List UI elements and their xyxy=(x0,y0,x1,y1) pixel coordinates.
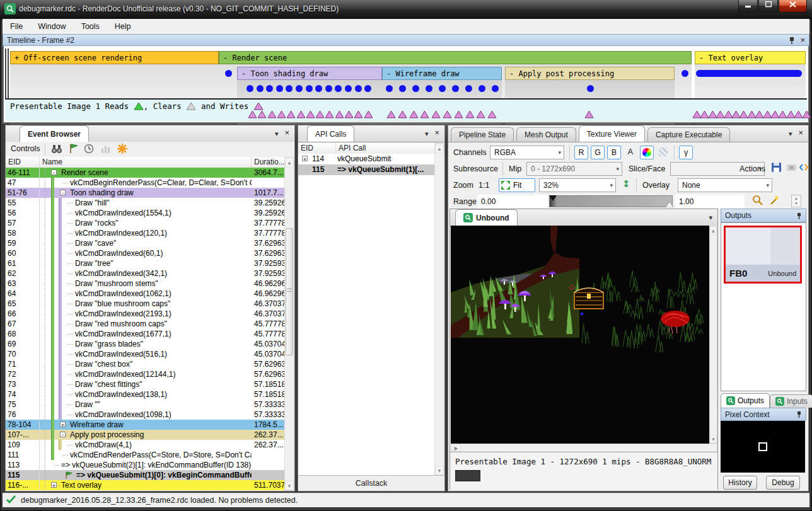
event-row[interactable]: 113=> vkQueueSubmit(2)[1]: vkEndCommandB… xyxy=(6,460,284,470)
stats-icon[interactable] xyxy=(100,144,112,155)
write-event-triangle[interactable] xyxy=(296,110,306,118)
event-row[interactable]: 66vkCmdDrawIndexed(2193,1)46.37037 xyxy=(6,309,284,319)
timeline-marker-bar[interactable]: - Text overlay xyxy=(695,51,806,64)
event-row[interactable]: 60vkCmdDrawIndexed(60,1)37.62963 xyxy=(6,248,284,258)
write-event-triangle[interactable] xyxy=(802,110,811,118)
timeline-marker-bar[interactable]: - Render scene xyxy=(219,51,692,64)
time-icon[interactable] xyxy=(84,144,95,155)
fb0-thumbnail[interactable]: FB0 Unbound xyxy=(724,226,802,284)
camera-icon[interactable] xyxy=(786,162,798,173)
scroll-down-arrow[interactable]: ▼ xyxy=(435,466,444,475)
menu-tools[interactable]: Tools xyxy=(74,22,107,31)
event-row[interactable]: 61Draw "tree"37.92593 xyxy=(6,258,284,268)
panel-menu-icon[interactable]: ▾ xyxy=(789,130,792,138)
write-event-triangle[interactable] xyxy=(487,110,497,118)
colorwheel-button[interactable] xyxy=(640,146,654,159)
texture-vscrollbar[interactable]: ▲ ▼ xyxy=(709,226,717,444)
event-row[interactable]: 72vkCmdDrawIndexed(12144,1)57.62963 xyxy=(6,369,284,379)
tab-inputs[interactable]: Inputs xyxy=(770,394,812,408)
event-row[interactable]: 64vkCmdDrawIndexed(1062,1)46.96296 xyxy=(6,289,284,299)
write-event-triangle[interactable] xyxy=(315,110,325,118)
timeline-draw-dot[interactable] xyxy=(325,85,332,92)
close-button[interactable] xyxy=(779,0,807,13)
api-call-row[interactable]: 115=> vkQueueSubmit(1)[... xyxy=(298,164,434,175)
event-table-body[interactable]: 46-111-Render scene3064.7...47vkCmdBegin… xyxy=(6,168,284,491)
tab-event-browser[interactable]: Event Browser xyxy=(20,125,89,142)
timeline-draw-dot[interactable] xyxy=(386,85,393,92)
save-icon[interactable] xyxy=(771,162,782,173)
write-event-triangle[interactable] xyxy=(354,110,363,118)
event-browser-vscrollbar[interactable]: ▲ ▼ xyxy=(284,157,294,491)
alpha-checker-button[interactable] xyxy=(656,146,670,159)
write-event-triangle[interactable] xyxy=(476,110,485,118)
maximize-button[interactable] xyxy=(758,0,778,13)
write-event-triangle[interactable] xyxy=(267,110,277,118)
timeline-marker-bar[interactable]: + Off-screen scene rendering xyxy=(10,51,219,64)
timeline-draw-dot[interactable] xyxy=(478,85,485,92)
channel-g-button[interactable]: G xyxy=(591,146,605,159)
channel-r-button[interactable]: R xyxy=(574,146,588,159)
tab-pipeline-state[interactable]: Pipeline State xyxy=(451,127,514,142)
timeline-marker-bar[interactable]: - Toon shading draw xyxy=(237,67,382,80)
channel-alpha-button[interactable]: A xyxy=(624,146,637,159)
flip-y-icon[interactable]: ↕ xyxy=(622,178,630,190)
timeline-draw-dot[interactable] xyxy=(682,70,688,77)
write-event-triangle[interactable] xyxy=(325,110,334,118)
timeline-draw-dot[interactable] xyxy=(296,85,303,92)
event-table-header[interactable]: EID Name Duratio... xyxy=(6,157,284,168)
pixel-context-header[interactable]: Pixel Context xyxy=(721,408,806,421)
timeline-draw-dot[interactable] xyxy=(492,85,499,92)
autofit-wand-icon[interactable] xyxy=(768,195,780,206)
write-event-triangle[interactable] xyxy=(431,110,441,118)
tab-outputs[interactable]: Outputs xyxy=(721,393,770,408)
event-row[interactable]: 59Draw "cave"37.62963 xyxy=(6,238,284,248)
timeline-draw-dot[interactable] xyxy=(345,85,352,92)
write-event-triangle[interactable] xyxy=(409,110,419,118)
write-event-triangle[interactable] xyxy=(420,110,429,118)
panel-menu-icon[interactable]: ▾ xyxy=(709,214,712,222)
timeline-draw-dot[interactable] xyxy=(452,85,459,92)
timeline-draw-dot[interactable] xyxy=(306,85,313,92)
scroll-down-arrow[interactable]: ▼ xyxy=(710,435,717,443)
write-event-triangle[interactable] xyxy=(364,110,373,118)
event-row[interactable]: 111vkCmdEndRenderPass(C=Store, D=Store, … xyxy=(6,450,284,460)
event-row[interactable]: 73Draw "chest fittings"57.18518 xyxy=(6,379,284,389)
event-row[interactable]: 70vkCmdDrawIndexed(516,1)45.03704 xyxy=(6,349,284,359)
event-row[interactable]: 115=> vkQueueSubmit(1)[0]: vkBeginComman… xyxy=(6,470,284,480)
title-bar[interactable]: debugmarker.rdc - RenderDoc Unofficial r… xyxy=(0,0,812,20)
close-panel-icon[interactable]: × xyxy=(434,130,439,138)
event-row[interactable]: 107-...-Apply post processing262.37... xyxy=(6,430,284,440)
debug-button[interactable]: Debug xyxy=(766,476,800,490)
write-event-triangle[interactable] xyxy=(443,110,452,118)
col-eid[interactable]: EID xyxy=(298,143,336,154)
scroll-up-arrow[interactable]: ▲ xyxy=(710,226,717,234)
col-name[interactable]: Name xyxy=(40,157,252,168)
pin-icon[interactable] xyxy=(796,411,802,418)
event-row[interactable]: 47vkCmdBeginRenderPass(C=Clear, D=Clear,… xyxy=(6,178,284,188)
api-table-header[interactable]: EID API Call xyxy=(298,143,434,154)
timeline-panel[interactable]: + Off-screen scene rendering- Render sce… xyxy=(3,46,809,123)
write-event-triangle[interactable] xyxy=(277,110,286,118)
event-row[interactable]: 46-111-Render scene3064.7... xyxy=(6,168,284,178)
event-row[interactable]: 51-76-Toon shading draw1017.7... xyxy=(6,188,284,198)
scroll-up-arrow[interactable]: ▲ xyxy=(285,158,294,167)
col-api-call[interactable]: API Call xyxy=(336,143,434,154)
event-row[interactable]: 75Draw ""57.33333 xyxy=(6,399,284,410)
channels-select[interactable]: RGBA▾ xyxy=(490,146,564,159)
range-min-field[interactable]: 0.00 xyxy=(477,195,548,209)
menu-file[interactable]: File xyxy=(3,22,30,31)
zoom-select[interactable]: 32%▾ xyxy=(539,178,616,192)
gamma-button[interactable]: γ xyxy=(679,146,693,159)
event-row[interactable]: 57Draw "rocks"37.77778 xyxy=(6,218,284,228)
texture-image[interactable] xyxy=(451,226,709,444)
event-row[interactable]: 71Draw "chest box"57.62963 xyxy=(6,359,284,369)
history-button[interactable]: History xyxy=(723,476,757,490)
timeline-draw-dot[interactable] xyxy=(426,85,432,92)
write-event-triangle[interactable] xyxy=(386,110,396,118)
close-panel-icon[interactable]: × xyxy=(798,130,803,138)
write-event-triangle[interactable] xyxy=(398,110,407,118)
bookmark-flag-icon[interactable] xyxy=(67,143,79,154)
timeline-draw-dot[interactable] xyxy=(257,85,264,92)
event-row[interactable]: 76vkCmdDrawIndexed(1098,1)57.33333 xyxy=(6,410,284,420)
write-event-triangle[interactable] xyxy=(306,110,315,118)
